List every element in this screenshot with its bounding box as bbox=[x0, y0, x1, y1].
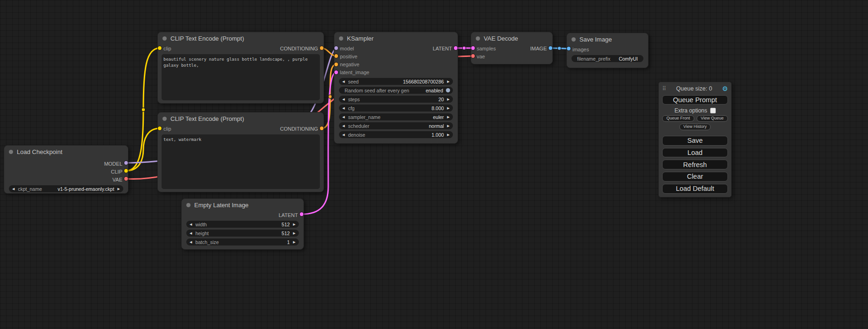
collapse-dot-icon[interactable] bbox=[162, 117, 167, 121]
refresh-button[interactable]: Refresh bbox=[662, 160, 728, 169]
collapse-dot-icon[interactable] bbox=[476, 36, 480, 41]
prev-value-arrow-icon[interactable]: ◀ bbox=[12, 187, 14, 190]
node-empty-latent-image[interactable]: Empty Latent Image LATENT ◀ width 512 ▶ … bbox=[181, 198, 304, 250]
widget-value: 1.000 bbox=[431, 132, 444, 138]
node-header[interactable]: CLIP Text Encode (Prompt) bbox=[158, 112, 324, 125]
input-label-clip: clip bbox=[163, 126, 171, 132]
next-value-arrow-icon[interactable]: ▶ bbox=[447, 115, 450, 119]
prev-value-arrow-icon[interactable]: ◀ bbox=[190, 223, 192, 226]
widget-label: filename_prefix bbox=[577, 56, 610, 62]
extra-options-checkbox[interactable] bbox=[710, 108, 716, 113]
widget-label: width bbox=[195, 222, 207, 227]
seed-widget[interactable]: ◀ seed 156680208700286 ▶ bbox=[339, 78, 453, 85]
next-value-arrow-icon[interactable]: ▶ bbox=[447, 80, 450, 83]
prev-value-arrow-icon[interactable]: ◀ bbox=[342, 98, 345, 101]
prompt-textarea[interactable]: beautiful scenery nature glass bottle la… bbox=[162, 54, 320, 100]
width-widget[interactable]: ◀ width 512 ▶ bbox=[186, 221, 299, 228]
next-value-arrow-icon[interactable]: ▶ bbox=[447, 98, 450, 101]
cfg-widget[interactable]: ◀ cfg 8.000 ▶ bbox=[339, 105, 453, 112]
next-value-arrow-icon[interactable]: ▶ bbox=[447, 124, 450, 127]
widget-value: enabled bbox=[426, 88, 443, 93]
collapse-dot-icon[interactable] bbox=[339, 36, 343, 41]
node-title: CLIP Text Encode (Prompt) bbox=[170, 115, 244, 122]
batch-size-widget[interactable]: ◀ batch_size 1 ▶ bbox=[186, 238, 299, 245]
widget-label: height bbox=[195, 231, 209, 236]
output-label-latent: LATENT bbox=[433, 46, 452, 51]
view-history-button[interactable]: View History bbox=[679, 124, 711, 130]
settings-gear-icon[interactable]: ⚙ bbox=[722, 85, 728, 92]
prev-value-arrow-icon[interactable]: ◀ bbox=[342, 133, 345, 136]
node-load-checkpoint[interactable]: Load Checkpoint MODEL CLIP VAE ◀ ckpt_na… bbox=[4, 145, 128, 194]
node-ksampler[interactable]: KSampler model LATENT positive negative … bbox=[334, 32, 458, 144]
widget-label: batch_size bbox=[195, 239, 219, 245]
extra-options-label: Extra options bbox=[674, 107, 707, 114]
next-value-arrow-icon[interactable]: ▶ bbox=[293, 231, 296, 235]
height-widget[interactable]: ◀ height 512 ▶ bbox=[186, 230, 299, 237]
node-title: Load Checkpoint bbox=[17, 148, 63, 155]
next-value-arrow-icon[interactable]: ▶ bbox=[293, 240, 296, 244]
steps-widget[interactable]: ◀ steps 20 ▶ bbox=[339, 96, 453, 103]
node-header[interactable]: Empty Latent Image bbox=[182, 199, 303, 211]
ckpt-name-widget[interactable]: ◀ ckpt_name v1-5-pruned-emaonly.ckpt ▶ bbox=[9, 185, 123, 192]
queue-front-button[interactable]: Queue Front bbox=[662, 115, 694, 122]
node-clip-text-encode-negative[interactable]: CLIP Text Encode (Prompt) clip CONDITION… bbox=[157, 112, 324, 192]
prev-value-arrow-icon[interactable]: ◀ bbox=[342, 115, 345, 119]
node-header[interactable]: Save Image bbox=[567, 33, 648, 45]
toggle-dot-icon[interactable] bbox=[446, 88, 450, 92]
output-label-conditioning: CONDITIONING bbox=[280, 126, 318, 132]
collapse-dot-icon[interactable] bbox=[162, 36, 167, 41]
widget-label: scheduler bbox=[348, 123, 369, 129]
prev-value-arrow-icon[interactable]: ◀ bbox=[190, 240, 192, 244]
widget-label: cfg bbox=[348, 105, 354, 111]
node-header[interactable]: VAE Decode bbox=[471, 32, 552, 44]
output-label-clip: CLIP bbox=[111, 169, 122, 175]
save-button[interactable]: Save bbox=[662, 136, 728, 146]
denoise-widget[interactable]: ◀ denoise 1.000 ▶ bbox=[339, 131, 453, 138]
widget-value: v1-5-pruned-emaonly.ckpt bbox=[57, 186, 114, 192]
next-value-arrow-icon[interactable]: ▶ bbox=[447, 133, 450, 136]
queue-prompt-button[interactable]: Queue Prompt bbox=[662, 95, 728, 105]
scheduler-widget[interactable]: ◀ scheduler normal ▶ bbox=[339, 122, 453, 129]
prompt-textarea[interactable]: text, watermark bbox=[162, 134, 320, 189]
collapse-dot-icon[interactable] bbox=[9, 150, 13, 154]
prev-value-arrow-icon[interactable]: ◀ bbox=[342, 124, 345, 127]
widget-label: denoise bbox=[348, 132, 365, 138]
node-save-image[interactable]: Save Image images filename_prefix ComfyU… bbox=[566, 33, 649, 68]
load-button[interactable]: Load bbox=[662, 148, 728, 158]
sampler-name-widget[interactable]: ◀ sampler_name euler ▶ bbox=[339, 113, 453, 120]
next-value-arrow-icon[interactable]: ▶ bbox=[447, 106, 450, 110]
prev-value-arrow-icon[interactable]: ◀ bbox=[342, 106, 345, 110]
clear-button[interactable]: Clear bbox=[662, 172, 728, 182]
view-queue-button[interactable]: View Queue bbox=[697, 115, 728, 122]
graph-canvas[interactable]: Load Checkpoint MODEL CLIP VAE ◀ ckpt_na… bbox=[0, 0, 868, 329]
node-vae-decode[interactable]: VAE Decode samples IMAGE vae bbox=[471, 32, 553, 64]
output-label-latent: LATENT bbox=[279, 212, 298, 218]
node-header[interactable]: KSampler bbox=[334, 32, 458, 44]
load-default-button[interactable]: Load Default bbox=[662, 184, 728, 194]
comfy-menu-panel[interactable]: ⠿ Queue size: 0 ⚙ Queue Prompt Extra opt… bbox=[658, 82, 732, 197]
node-title: Empty Latent Image bbox=[194, 202, 248, 209]
seed-control-widget[interactable]: Random seed after every gen enabled bbox=[339, 87, 453, 94]
node-header[interactable]: Load Checkpoint bbox=[4, 146, 128, 158]
widget-value: 20 bbox=[438, 97, 444, 102]
seed-toggle-icon[interactable] bbox=[445, 88, 451, 93]
output-label-vae: VAE bbox=[113, 177, 122, 182]
widget-value: 156680208700286 bbox=[403, 79, 444, 84]
widget-label: Random seed after every gen bbox=[345, 88, 409, 93]
next-value-arrow-icon[interactable]: ▶ bbox=[293, 223, 296, 226]
node-header[interactable]: CLIP Text Encode (Prompt) bbox=[158, 32, 324, 44]
prev-value-arrow-icon[interactable]: ◀ bbox=[342, 80, 345, 83]
widget-value: normal bbox=[429, 123, 444, 129]
drag-handle-icon[interactable]: ⠿ bbox=[662, 85, 666, 92]
output-label-image: IMAGE bbox=[530, 46, 547, 51]
filename-prefix-widget[interactable]: filename_prefix ComfyUI bbox=[572, 55, 643, 62]
collapse-dot-icon[interactable] bbox=[572, 37, 576, 42]
next-value-arrow-icon[interactable]: ▶ bbox=[118, 187, 120, 190]
node-title: Save Image bbox=[579, 36, 612, 43]
collapse-dot-icon[interactable] bbox=[186, 203, 191, 207]
node-clip-text-encode-positive[interactable]: CLIP Text Encode (Prompt) clip CONDITION… bbox=[157, 32, 324, 104]
input-label-negative: negative bbox=[340, 62, 360, 67]
widget-value: 8.000 bbox=[431, 105, 444, 111]
widget-value: ComfyUI bbox=[619, 56, 638, 62]
prev-value-arrow-icon[interactable]: ◀ bbox=[190, 231, 192, 235]
